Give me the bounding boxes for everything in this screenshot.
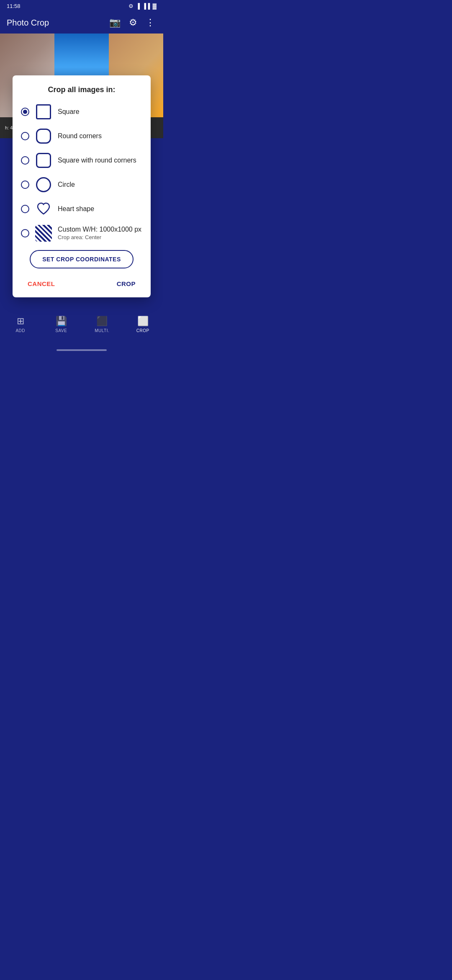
signal-icon: ▐▐ <box>142 3 150 9</box>
save-icon: 💾 <box>56 316 67 327</box>
radio-heart[interactable] <box>21 205 29 213</box>
crop-button[interactable]: CROP <box>110 277 142 291</box>
radio-round-corners[interactable] <box>21 132 29 140</box>
bottom-nav: ⊞ ADD 💾 SAVE ⬛ MULTI. ⬜ CROP <box>0 309 163 339</box>
icon-circle <box>34 175 53 194</box>
nav-multi[interactable]: ⬛ MULTI. <box>82 316 123 333</box>
nav-label-multi: MULTI. <box>95 328 109 333</box>
sim-icon: ▐ <box>136 3 140 9</box>
option-custom[interactable]: Custom W/H: 1000x1000 px Crop area: Cent… <box>21 224 142 242</box>
label-custom-sub: Crop area: Center <box>58 234 141 241</box>
nav-label-save: SAVE <box>55 328 67 333</box>
icon-sq-round <box>34 151 53 170</box>
status-icons: ⚙ ▐ ▐▐ ▓ <box>128 3 157 9</box>
home-indicator <box>56 349 107 351</box>
nav-save[interactable]: 💾 SAVE <box>41 316 82 333</box>
battery-icon: ▓ <box>153 3 157 9</box>
nav-label-crop: CROP <box>136 328 149 333</box>
multi-icon: ⬛ <box>96 316 108 327</box>
icon-square <box>34 103 53 121</box>
option-square[interactable]: Square <box>21 103 142 121</box>
dialog-title: Crop all images in: <box>21 85 142 94</box>
icon-round-corners <box>34 127 53 145</box>
label-sq-round: Square with round corners <box>58 156 136 165</box>
crop-nav-icon: ⬜ <box>137 316 149 327</box>
option-circle[interactable]: Circle <box>21 175 142 194</box>
label-circle: Circle <box>58 181 75 189</box>
status-bar: 11:58 ⚙ ▐ ▐▐ ▓ <box>0 0 163 12</box>
app-title: Photo Crop <box>7 18 103 28</box>
option-round-corners[interactable]: Round corners <box>21 127 142 145</box>
main-content: h: 4... w: 4... Crop all images in: Squa… <box>0 34 163 339</box>
add-icon: ⊞ <box>17 316 24 327</box>
status-time: 11:58 <box>7 3 21 9</box>
more-button[interactable]: ⋮ <box>144 15 157 30</box>
radio-sq-round[interactable] <box>21 156 29 165</box>
nav-label-add: ADD <box>15 328 25 333</box>
icon-custom <box>34 224 53 242</box>
label-heart: Heart shape <box>58 205 94 214</box>
settings-button[interactable]: ⚙ <box>127 15 139 30</box>
dialog-actions: CANCEL CROP <box>21 273 142 291</box>
nav-crop[interactable]: ⬜ CROP <box>123 316 164 333</box>
radio-custom[interactable] <box>21 229 29 237</box>
crop-dialog: Crop all images in: Square Round corners <box>13 75 151 297</box>
option-heart[interactable]: Heart shape <box>21 200 142 218</box>
option-sq-round[interactable]: Square with round corners <box>21 151 142 170</box>
nav-add[interactable]: ⊞ ADD <box>0 316 41 333</box>
cancel-button[interactable]: CANCEL <box>21 277 62 291</box>
app-bar: Photo Crop 📷 ⚙ ⋮ <box>0 12 163 34</box>
settings-icon: ⚙ <box>128 3 134 9</box>
radio-circle[interactable] <box>21 181 29 189</box>
label-round-corners: Round corners <box>58 132 102 141</box>
radio-square[interactable] <box>21 108 29 116</box>
camera-button[interactable]: 📷 <box>108 15 122 30</box>
icon-heart <box>34 200 53 218</box>
label-square: Square <box>58 108 80 116</box>
set-crop-button[interactable]: SET CROP COORDINATES <box>30 250 134 268</box>
label-custom: Custom W/H: 1000x1000 px Crop area: Cent… <box>58 225 141 241</box>
